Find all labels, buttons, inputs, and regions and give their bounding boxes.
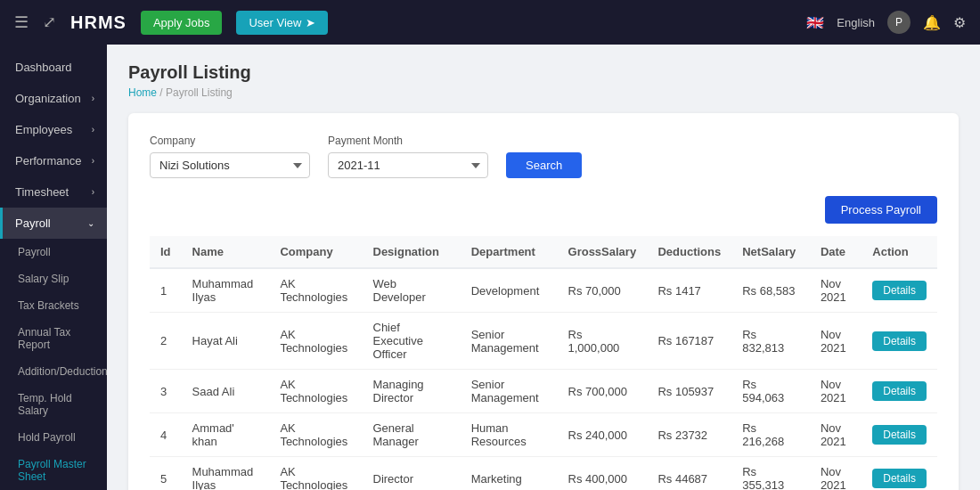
cell-name: Saad Ali [182, 370, 270, 413]
sidebar-item-organization[interactable]: Organization › [0, 83, 107, 114]
cell-deductions: Rs 167187 [647, 313, 731, 370]
month-select[interactable]: 2021-11 2021-10 2021-09 [328, 152, 488, 178]
cell-gross: Rs 700,000 [558, 370, 648, 413]
expand-icon[interactable]: ⤢ [43, 12, 56, 32]
cell-name: Hayat Ali [182, 313, 270, 370]
table-row: 4 Ammad' khan AK Technologies General Ma… [150, 413, 937, 457]
cell-company: AK Technologies [269, 313, 362, 370]
table-row: 5 Muhammad Ilyas AK Technologies Directo… [150, 457, 937, 491]
sidebar-sub-tax-brackets[interactable]: Tax Brackets [0, 292, 107, 319]
sidebar-sub-hold-payroll[interactable]: Hold Payroll [0, 424, 107, 451]
cell-department: Human Resources [461, 413, 558, 457]
sidebar-sub-salary-slip[interactable]: Salary Slip [0, 265, 107, 292]
cell-name: Muhammad Ilyas [182, 268, 270, 313]
cell-action[interactable]: Details [862, 313, 937, 370]
sidebar-item-dashboard[interactable]: Dashboard [0, 52, 107, 83]
cell-date: Nov 2021 [810, 457, 862, 491]
filter-row: Company Nizi Solutions AK Technologies P… [150, 135, 937, 178]
cell-date: Nov 2021 [810, 268, 862, 313]
cell-gross: Rs 70,000 [558, 268, 648, 313]
cell-date: Nov 2021 [810, 413, 862, 457]
sidebar-sub-temp-hold[interactable]: Temp. Hold Salary [0, 385, 107, 424]
cell-action[interactable]: Details [862, 413, 937, 457]
breadcrumb: Home / Payroll Listing [128, 86, 959, 99]
cell-net: Rs 832,813 [731, 313, 810, 370]
language-label: English [837, 16, 875, 29]
sidebar-sub-annual-tax[interactable]: Annual Tax Report [0, 319, 107, 358]
chevron-icon: › [92, 187, 94, 197]
cell-id: 3 [150, 370, 182, 413]
app-logo: HRMS [70, 12, 127, 33]
chevron-icon: › [92, 94, 94, 103]
user-view-button[interactable]: User View ➤ [236, 11, 327, 35]
page-title: Payroll Listing [128, 62, 959, 83]
details-button[interactable]: Details [872, 281, 927, 300]
profile-icon[interactable]: P [887, 11, 911, 34]
company-filter-group: Company Nizi Solutions AK Technologies [150, 135, 310, 178]
cell-name: Ammad' khan [182, 413, 270, 457]
table-row: 1 Muhammad Ilyas AK Technologies Web Dev… [150, 268, 937, 313]
cell-company: AK Technologies [269, 370, 362, 413]
cell-action[interactable]: Details [862, 457, 937, 491]
cell-company: AK Technologies [269, 413, 362, 457]
company-select[interactable]: Nizi Solutions AK Technologies [150, 152, 310, 178]
cell-deductions: Rs 44687 [647, 457, 731, 491]
sidebar-item-timesheet[interactable]: Timesheet › [0, 176, 107, 208]
cell-gross: Rs 240,000 [558, 413, 648, 457]
flag-icon: 🇬🇧 [806, 14, 824, 31]
main-content: Payroll Listing Home / Payroll Listing C… [107, 45, 980, 490]
sidebar-sub-payroll[interactable]: Payroll [0, 239, 107, 265]
cell-action[interactable]: Details [862, 370, 937, 413]
cell-net: Rs 594,063 [731, 370, 810, 413]
cell-designation: Managing Director [363, 370, 461, 413]
topbar: ☰ ⤢ HRMS Apply Jobs User View ➤ 🇬🇧 Engli… [0, 0, 980, 45]
company-label: Company [150, 135, 310, 147]
col-net: NetSalary [731, 236, 810, 268]
cell-id: 4 [150, 413, 182, 457]
month-filter-group: Payment Month 2021-11 2021-10 2021-09 [328, 135, 488, 178]
arrow-icon: ➤ [306, 16, 315, 29]
cell-department: Marketing [461, 457, 558, 491]
cell-date: Nov 2021 [810, 370, 862, 413]
cell-designation: Web Developer [363, 268, 461, 313]
breadcrumb-home[interactable]: Home [128, 86, 157, 99]
topbar-right: 🇬🇧 English P 🔔 ⚙ [806, 11, 966, 34]
cell-company: AK Technologies [269, 457, 362, 491]
sidebar-sub-payroll-master[interactable]: Payroll Master Sheet [0, 451, 107, 490]
month-label: Payment Month [328, 135, 488, 147]
cell-action[interactable]: Details [862, 268, 937, 313]
sidebar-item-employees[interactable]: Employees › [0, 114, 107, 145]
topbar-left: ☰ ⤢ HRMS Apply Jobs User View ➤ [14, 11, 328, 35]
col-gross: GrossSalary [558, 236, 648, 268]
details-button[interactable]: Details [872, 469, 927, 488]
cell-gross: Rs 400,000 [558, 457, 648, 491]
col-date: Date [810, 236, 862, 268]
cell-net: Rs 216,268 [731, 413, 810, 457]
col-deductions: Deductions [647, 236, 731, 268]
sidebar-item-payroll[interactable]: Payroll ⌄ [0, 208, 107, 239]
apply-jobs-button[interactable]: Apply Jobs [141, 11, 223, 35]
cell-company: AK Technologies [269, 268, 362, 313]
menu-icon[interactable]: ☰ [14, 12, 29, 32]
details-button[interactable]: Details [872, 331, 927, 351]
cell-department: Senior Management [461, 313, 558, 370]
cell-designation: Chief Executive Officer [363, 313, 461, 370]
chevron-icon: ⌄ [87, 218, 94, 228]
process-payroll-button[interactable]: Process Payroll [825, 196, 937, 224]
search-button[interactable]: Search [506, 152, 582, 178]
col-name: Name [182, 236, 270, 268]
cell-net: Rs 355,313 [731, 457, 810, 491]
cell-id: 5 [150, 457, 182, 491]
col-action: Action [862, 236, 937, 268]
settings-icon[interactable]: ⚙ [953, 14, 966, 31]
chevron-icon: › [92, 156, 94, 166]
col-designation: Designation [363, 236, 461, 268]
details-button[interactable]: Details [872, 425, 927, 445]
cell-deductions: Rs 1417 [647, 268, 731, 313]
sidebar-sub-addition-deduction[interactable]: Addition/Deduction [0, 358, 107, 385]
notification-icon[interactable]: 🔔 [923, 14, 941, 31]
cell-id: 1 [150, 268, 182, 313]
col-company: Company [269, 236, 362, 268]
details-button[interactable]: Details [872, 381, 927, 401]
sidebar-item-performance[interactable]: Performance › [0, 145, 107, 176]
